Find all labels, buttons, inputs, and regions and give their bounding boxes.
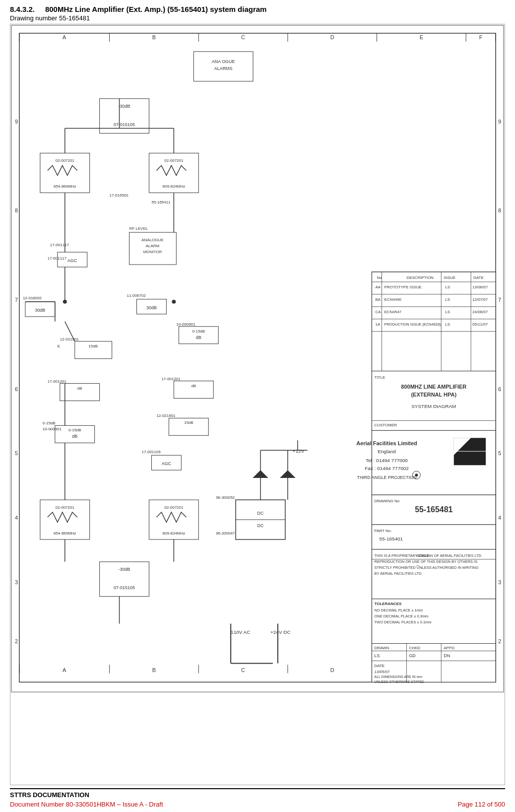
svg-text:A: A <box>63 667 66 673</box>
svg-text:8: 8 <box>15 207 18 213</box>
svg-text:D: D <box>330 667 334 673</box>
svg-text:APPD: APPD <box>444 646 454 650</box>
svg-text:TWO DECIMAL PLACES  ± 0.1mm: TWO DECIMAL PLACES ± 0.1mm <box>375 620 432 624</box>
svg-text:24/08/07: 24/08/07 <box>472 310 488 314</box>
svg-text:A: A <box>63 34 66 40</box>
svg-text:4: 4 <box>498 515 501 521</box>
svg-text:5: 5 <box>498 450 501 456</box>
svg-text:PRODUCTION ISSUE (ECN4628): PRODUCTION ISSUE (ECN4628) <box>384 322 441 327</box>
svg-text:5: 5 <box>15 450 18 456</box>
svg-text:ANA OGUE: ANA OGUE <box>212 59 235 64</box>
svg-text:05/11/07: 05/11/07 <box>472 322 488 327</box>
svg-text:B: B <box>152 34 156 40</box>
svg-text:12-021901: 12-021901 <box>156 413 176 418</box>
svg-text:ANALOGUE: ANALOGUE <box>141 238 163 242</box>
svg-text:Aerial Facilities Limited: Aerial Facilities Limited <box>356 440 417 446</box>
svg-text:17-001201: 17-001201 <box>161 377 181 381</box>
svg-text:ECN4547: ECN4547 <box>384 310 401 314</box>
svg-text:0-15dB: 0-15dB <box>43 421 56 425</box>
svg-text:2: 2 <box>15 638 18 644</box>
svg-text:110V  AC: 110V AC <box>231 629 250 635</box>
svg-text:BA: BA <box>376 297 381 302</box>
svg-text:7: 7 <box>15 297 18 303</box>
svg-text:12-021901: 12-021901 <box>60 337 79 341</box>
svg-text:-30dB: -30dB <box>119 104 130 109</box>
svg-text:PART  No.: PART No. <box>375 529 392 533</box>
svg-text:55-165401: 55-165401 <box>380 536 403 541</box>
svg-text:RF LEVEL: RF LEVEL <box>129 226 148 231</box>
svg-text:England: England <box>378 449 396 454</box>
svg-text:E: E <box>58 344 60 348</box>
svg-text:REPRODUCTION OR USE OF THIS DE: REPRODUCTION OR USE OF THIS DESIGN BY OT… <box>375 559 478 564</box>
svg-rect-74 <box>372 371 496 431</box>
svg-text:ALARMS: ALARMS <box>214 66 233 71</box>
svg-text:0-15dB: 0-15dB <box>68 428 81 432</box>
svg-text:ALARM: ALARM <box>146 244 159 248</box>
svg-text:0-15dB: 0-15dB <box>192 329 205 334</box>
svg-text:F: F <box>479 34 483 40</box>
svg-text:15dB: 15dB <box>88 344 98 348</box>
svg-text:AGC: AGC <box>162 461 172 466</box>
svg-text:STRICTLY PROHIBITED UNLESS AUT: STRICTLY PROHIBITED UNLESS AUTHORISED IN… <box>375 565 479 570</box>
svg-text:4: 4 <box>15 515 18 521</box>
svg-text:C: C <box>241 667 245 673</box>
svg-text:PROTOTYPE ISSUE: PROTOTYPE ISSUE <box>384 285 421 289</box>
svg-text:dB: dB <box>191 384 196 388</box>
svg-text:9: 9 <box>498 119 501 125</box>
svg-text:MONITOR: MONITOR <box>143 250 162 254</box>
svg-text:dB: dB <box>196 335 201 340</box>
svg-text:55-165481: 55-165481 <box>415 505 452 514</box>
section-number: 8.4.3.2. <box>10 5 35 13</box>
svg-text:LS: LS <box>375 653 380 658</box>
section-title: 800MHz Line Amplifier (Ext. Amp.) (55-16… <box>45 5 267 13</box>
svg-text:96-200047: 96-200047 <box>216 531 235 536</box>
svg-text:BY AERIAL FACILITIES LTD.: BY AERIAL FACILITIES LTD. <box>375 571 423 576</box>
svg-text:2: 2 <box>498 638 501 644</box>
svg-text:6: 6 <box>15 386 18 392</box>
svg-text:17-001117: 17-001117 <box>50 243 69 247</box>
svg-text:LS: LS <box>445 297 450 302</box>
svg-text:10-000901: 10-000901 <box>43 427 62 431</box>
svg-text:809-824MHz: 809-824MHz <box>163 531 186 536</box>
svg-text:SYSTEM DIAGRAM: SYSTEM DIAGRAM <box>411 404 456 409</box>
svg-text:854-869MHz: 854-869MHz <box>54 184 76 189</box>
svg-text:ALL DIMENSIONS ARE IN mm: ALL DIMENSIONS ARE IN mm <box>375 675 423 678</box>
svg-text:DN: DN <box>444 653 450 658</box>
svg-text:30dB: 30dB <box>35 308 45 313</box>
svg-text:NO DECIMAL PLACE  ± 1mm: NO DECIMAL PLACE ± 1mm <box>375 608 423 612</box>
svg-text:30dB: 30dB <box>146 305 157 310</box>
svg-text:TOLERANCES: TOLERANCES <box>375 602 402 606</box>
svg-point-225 <box>63 300 67 304</box>
svg-text:800MHZ LINE AMPLIFIER: 800MHZ LINE AMPLIFIER <box>401 384 466 390</box>
svg-text:DRAWING No: DRAWING No <box>375 499 400 503</box>
svg-text:02-007201: 02-007201 <box>56 158 75 163</box>
svg-text:6: 6 <box>498 386 501 392</box>
footer-bottom: Document Number 80-330501HBKM – Issue A … <box>10 801 505 812</box>
heading-section: 8.4.3.2. 800MHz Line Amplifier (Ext. Amp… <box>10 5 505 22</box>
svg-text:17-001201: 17-001201 <box>48 379 67 384</box>
svg-text:7: 7 <box>498 297 501 303</box>
svg-text:3: 3 <box>15 579 18 585</box>
svg-text:CUSTOMER: CUSTOMER <box>375 423 397 427</box>
sttrs-label: STTRS DOCUMENTATION <box>10 791 505 799</box>
svg-text:No: No <box>377 275 383 280</box>
footer-section: STTRS DOCUMENTATION Document Number 80-3… <box>10 788 505 812</box>
svg-text:854-869MHz: 854-869MHz <box>54 531 76 536</box>
svg-text:B: B <box>152 667 156 673</box>
svg-text:17-001117: 17-001117 <box>48 256 67 261</box>
schematic-svg: A B C D E F A B C D E F 9 8 7 6 5 <box>10 24 505 693</box>
svg-text:12/07/07: 12/07/07 <box>472 297 488 302</box>
heading-title: 8.4.3.2. 800MHz Line Amplifier (Ext. Amp… <box>10 5 505 13</box>
svg-text:DATE: DATE <box>473 275 484 280</box>
page-container: 8.4.3.2. 800MHz Line Amplifier (Ext. Amp… <box>0 0 515 812</box>
svg-text:E: E <box>420 34 423 40</box>
svg-text:Fax : 01494 777002: Fax : 01494 777002 <box>365 466 409 471</box>
svg-text:9: 9 <box>15 119 18 125</box>
svg-text:dB: dB <box>72 434 77 439</box>
svg-text:55-165411: 55-165411 <box>151 200 171 204</box>
page-number: Page 112 of 500 <box>458 801 505 808</box>
svg-text:+12V: +12V <box>293 448 305 454</box>
doc-number: Document Number 80-330501HBKM – Issue A … <box>10 801 163 808</box>
svg-point-226 <box>172 300 176 304</box>
svg-text:07-015105: 07-015105 <box>114 585 135 590</box>
